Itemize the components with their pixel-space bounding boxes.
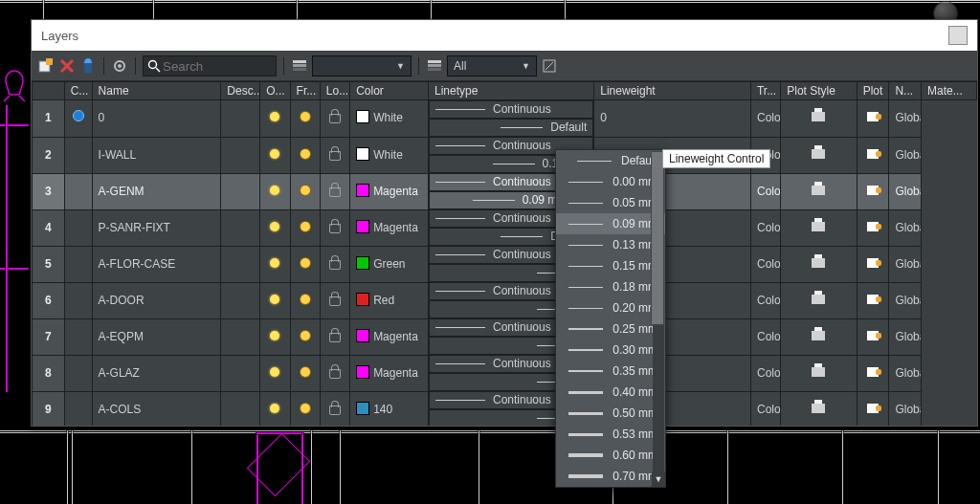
table-row[interactable]: 2 I-WALL White Continuous 0.13 mm 0 Colo… bbox=[33, 137, 977, 173]
newvp-cell[interactable] bbox=[857, 209, 889, 246]
name-cell[interactable]: A-EQPM bbox=[92, 318, 221, 355]
settings-icon[interactable] bbox=[111, 57, 128, 75]
scroll-down-icon[interactable]: ▼ bbox=[652, 471, 665, 487]
current-cell[interactable] bbox=[64, 100, 92, 138]
col-7[interactable]: Linetype bbox=[428, 82, 593, 100]
current-cell[interactable] bbox=[64, 173, 92, 209]
dropdown-item[interactable]: 0.13 mm bbox=[556, 234, 665, 255]
transparency-cell[interactable]: 0 bbox=[594, 100, 751, 138]
lock-cell[interactable] bbox=[320, 246, 349, 282]
freeze-cell[interactable] bbox=[290, 318, 320, 355]
dropdown-item[interactable]: 0.30 mm bbox=[556, 340, 665, 361]
lock-cell[interactable] bbox=[320, 209, 349, 246]
freeze-cell[interactable] bbox=[290, 100, 320, 138]
col-2[interactable]: Desc... bbox=[221, 82, 260, 100]
table-row[interactable]: 9 A-COLS 140 Continuous 0 Color 140 Glob… bbox=[33, 391, 977, 426]
plotstyle-cell[interactable]: Color 6 bbox=[750, 173, 780, 209]
panel-titlebar[interactable]: Layers bbox=[32, 20, 977, 52]
on-cell[interactable] bbox=[260, 100, 290, 138]
on-cell[interactable] bbox=[260, 282, 290, 318]
col-13[interactable]: Mate... bbox=[922, 82, 977, 100]
dropdown-item[interactable]: Default bbox=[556, 150, 665, 171]
dropdown-item[interactable]: 0.20 mm bbox=[556, 297, 665, 318]
freeze-cell[interactable] bbox=[290, 209, 320, 246]
col-10[interactable]: Plot Style bbox=[781, 82, 857, 100]
color-cell[interactable]: Magenta bbox=[350, 355, 429, 391]
newvp-cell[interactable] bbox=[857, 282, 889, 318]
col-1[interactable]: Name bbox=[92, 82, 221, 100]
color-cell[interactable]: Red bbox=[350, 282, 429, 318]
dropdown-item[interactable]: 0.35 mm bbox=[556, 361, 665, 382]
col-0[interactable]: C... bbox=[64, 82, 92, 100]
dropdown-item[interactable]: 0.09 mm bbox=[556, 213, 665, 234]
newvp-cell[interactable] bbox=[857, 173, 889, 209]
color-cell[interactable]: White bbox=[350, 137, 429, 173]
plotstyle-cell[interactable]: Color 7 bbox=[750, 100, 780, 138]
freeze-cell[interactable] bbox=[290, 173, 320, 209]
layer-search[interactable] bbox=[143, 55, 277, 77]
material-cell[interactable]: Global bbox=[889, 246, 922, 282]
col-9[interactable]: Tr... bbox=[750, 82, 780, 100]
lock-cell[interactable] bbox=[320, 282, 349, 318]
table-row[interactable]: 7 A-EQPM Magenta Continuous 0 Color 6 Gl… bbox=[33, 318, 977, 355]
plot-cell[interactable] bbox=[781, 246, 857, 282]
freeze-cell[interactable] bbox=[290, 282, 320, 318]
newvp-cell[interactable] bbox=[857, 318, 889, 355]
desc-cell[interactable] bbox=[221, 209, 260, 246]
newvp-cell[interactable] bbox=[857, 391, 889, 426]
lock-cell[interactable] bbox=[320, 173, 349, 209]
desc-cell[interactable] bbox=[221, 246, 260, 282]
linetype-cell[interactable]: Continuous bbox=[429, 100, 593, 119]
desc-cell[interactable] bbox=[221, 318, 260, 355]
current-cell[interactable] bbox=[64, 318, 92, 355]
close-icon[interactable] bbox=[948, 26, 968, 45]
lock-cell[interactable] bbox=[320, 100, 349, 138]
plotstyle-cell[interactable]: Color 1 bbox=[750, 282, 780, 318]
dropdown-item[interactable]: 0.50 mm bbox=[556, 403, 665, 424]
current-cell[interactable] bbox=[64, 137, 92, 173]
newvp-cell[interactable] bbox=[857, 100, 889, 138]
plot-cell[interactable] bbox=[781, 209, 857, 246]
desc-cell[interactable] bbox=[221, 282, 260, 318]
col-index[interactable] bbox=[33, 82, 65, 100]
col-4[interactable]: Fr... bbox=[290, 82, 320, 100]
search-input[interactable] bbox=[161, 58, 272, 75]
freeze-cell[interactable] bbox=[290, 246, 320, 282]
table-row[interactable]: 6 A-DOOR Red Continuous 0 Color 1 Global bbox=[33, 282, 977, 318]
material-cell[interactable]: Global bbox=[889, 282, 922, 318]
invert-filter-icon[interactable] bbox=[541, 57, 558, 75]
dropdown-item[interactable]: 0.70 mm bbox=[556, 466, 665, 487]
material-cell[interactable]: Global bbox=[889, 355, 922, 391]
col-6[interactable]: Color bbox=[350, 82, 429, 100]
table-row[interactable]: 1 0 White Continuous Default 0 Color 7 G… bbox=[33, 100, 977, 138]
lock-cell[interactable] bbox=[320, 137, 349, 173]
dropdown-item[interactable]: 0.60 mm bbox=[556, 445, 665, 466]
name-cell[interactable]: I-WALL bbox=[92, 137, 221, 173]
lock-cell[interactable] bbox=[320, 318, 349, 355]
col-3[interactable]: O... bbox=[260, 82, 290, 100]
plotstyle-cell[interactable]: Color 6 bbox=[750, 318, 780, 355]
layers-grid[interactable]: C...NameDesc...O...Fr...Lo...ColorLinety… bbox=[32, 81, 977, 426]
name-cell[interactable]: A-GLAZ bbox=[92, 355, 221, 391]
name-cell[interactable]: A-GENM bbox=[92, 173, 221, 209]
desc-cell[interactable] bbox=[221, 355, 260, 391]
desc-cell[interactable] bbox=[221, 100, 260, 138]
table-row[interactable]: 5 A-FLOR-CASE Green Continuous 0 Color 3… bbox=[33, 246, 977, 282]
col-12[interactable]: N... bbox=[889, 82, 922, 100]
current-cell[interactable] bbox=[64, 282, 92, 318]
layer-states-icon[interactable] bbox=[291, 57, 308, 75]
dropdown-item[interactable]: 0.18 mm bbox=[556, 276, 665, 297]
desc-cell[interactable] bbox=[221, 173, 260, 209]
on-cell[interactable] bbox=[260, 391, 290, 426]
col-5[interactable]: Lo... bbox=[320, 82, 349, 100]
desc-cell[interactable] bbox=[221, 391, 260, 426]
color-cell[interactable]: Magenta bbox=[350, 173, 429, 209]
dropdown-item[interactable]: 0.00 mm bbox=[556, 171, 665, 192]
plotstyle-cell[interactable]: Color 6 bbox=[750, 355, 780, 391]
col-8[interactable]: Lineweight bbox=[594, 82, 751, 100]
newvp-cell[interactable] bbox=[857, 246, 889, 282]
name-cell[interactable]: 0 bbox=[92, 100, 221, 138]
material-cell[interactable]: Global bbox=[889, 100, 922, 138]
state-combo[interactable]: ▼ bbox=[312, 55, 412, 77]
plot-cell[interactable] bbox=[781, 173, 857, 209]
